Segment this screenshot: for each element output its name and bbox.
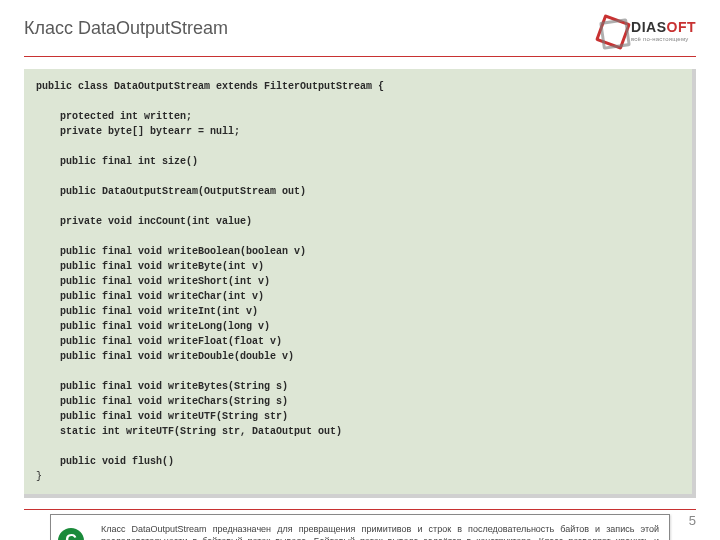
code-block: public class DataOutputStream extends Fi…	[24, 69, 696, 498]
code-line: private byte[] bytearr = null;	[36, 126, 240, 137]
page-title: Класс DataOutputStream	[24, 18, 228, 39]
code-line: public final void writeUTF(String str)	[36, 411, 288, 422]
code-line: public final void writeChar(int v)	[36, 291, 264, 302]
footer-divider	[24, 509, 696, 510]
logo-text: DIASOFT	[631, 20, 696, 34]
logo-text-b: OFT	[667, 19, 697, 35]
title-underline	[24, 56, 696, 57]
logo-text-a: DIAS	[631, 19, 666, 35]
code-line: public final void writeBoolean(boolean v…	[36, 246, 306, 257]
code-line: }	[36, 471, 42, 482]
code-line: public final void writeShort(int v)	[36, 276, 270, 287]
code-line: public final void writeInt(int v)	[36, 306, 258, 317]
code-line: public final void writeBytes(String s)	[36, 381, 288, 392]
code-line: private void incCount(int value)	[36, 216, 252, 227]
code-line: public void flush()	[36, 456, 174, 467]
code-line: public final void writeChars(String s)	[36, 396, 288, 407]
code-line: public final void writeByte(int v)	[36, 261, 264, 272]
logo: DIASOFT всё по-настоящему	[599, 18, 696, 44]
code-line: public final void writeLong(long v)	[36, 321, 270, 332]
code-line: static int writeUTF(String str, DataOutp…	[36, 426, 342, 437]
code-line: public final void writeFloat(float v)	[36, 336, 282, 347]
page-number: 5	[689, 513, 696, 528]
code-line: protected int written;	[36, 111, 192, 122]
diasoft-logo-icon	[599, 18, 625, 44]
code-line: public final void writeDouble(double v)	[36, 351, 294, 362]
code-line: public DataOutputStream(OutputStream out…	[36, 186, 306, 197]
badge-letter: C	[58, 528, 84, 540]
code-line: public final int size()	[36, 156, 198, 167]
code-line: public class DataOutputStream extends Fi…	[36, 81, 384, 92]
logo-subtitle: всё по-настоящему	[631, 36, 696, 42]
